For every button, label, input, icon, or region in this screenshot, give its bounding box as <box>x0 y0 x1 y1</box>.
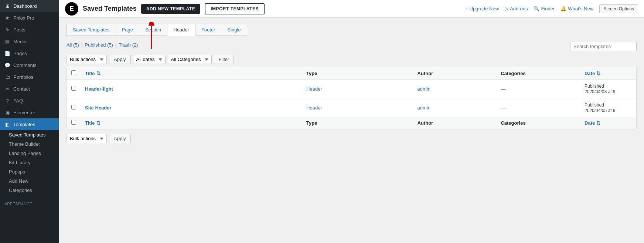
row-categories-value: — <box>501 105 505 111</box>
filter-links-row: All (5) | Published (5) | Trash (2) <box>67 42 637 51</box>
table-body: Header-light Header admin — Published 20… <box>67 80 636 117</box>
footer-cb-col <box>67 117 81 129</box>
elementor-icon: ◉ <box>4 109 10 115</box>
sidebar-sub-add-new[interactable]: Add New <box>0 176 59 186</box>
appearance-section-label: Appearance <box>0 198 59 207</box>
row-date-status: Published <box>585 84 604 89</box>
row-type-link[interactable]: Header <box>306 86 322 92</box>
apply-button-bottom[interactable]: Apply <box>109 134 131 143</box>
sidebar-item-contact[interactable]: ✉ Contact <box>0 83 59 95</box>
portfolios-icon: 🗂 <box>4 74 10 80</box>
comments-icon: 💬 <box>4 62 10 68</box>
bottom-bulk-actions-select[interactable]: Bulk actions <box>67 134 107 143</box>
add-new-template-button[interactable]: ADD NEW TEMPLATE <box>141 4 200 14</box>
row-title-link[interactable]: Header-light <box>85 86 113 92</box>
row-title-cell: Header-light <box>81 80 302 98</box>
search-input[interactable] <box>570 42 637 51</box>
main-area: E Saved Templates ADD NEW TEMPLATE IMPOR… <box>59 0 644 243</box>
sidebar-item-comments[interactable]: 💬 Comments <box>0 59 59 71</box>
select-all-checkbox[interactable] <box>71 70 76 75</box>
sidebar-sub-popups[interactable]: Popups <box>0 167 59 176</box>
date-sort-icon: ⇅ <box>596 71 600 76</box>
page-title: Saved Templates <box>83 5 137 13</box>
tab-page[interactable]: Page <box>116 24 139 36</box>
sidebar-item-media[interactable]: ▤ Media <box>0 36 59 47</box>
sidebar-item-label: Templates <box>13 122 35 127</box>
tab-single[interactable]: Single <box>221 24 247 36</box>
sidebar-item-elementor[interactable]: ◉ Elementor <box>0 107 59 118</box>
filter-button[interactable]: Filter <box>214 55 234 64</box>
footer-type-col: Type <box>302 117 413 129</box>
categories-filter-select[interactable]: All Categories <box>168 55 212 64</box>
footer-select-all-checkbox[interactable] <box>71 120 76 125</box>
row-author-link[interactable]: admin <box>418 105 430 111</box>
sidebar-item-label: Posts <box>13 27 25 33</box>
phlox-icon: ★ <box>4 15 10 21</box>
sidebar-item-dashboard[interactable]: ⊞ Dashboard <box>0 0 59 12</box>
tab-header[interactable]: Header <box>167 24 195 36</box>
table-footer-row: Title ⇅ Type Author Categories Date ⇅ <box>67 117 636 129</box>
apply-button-top[interactable]: Apply <box>109 55 131 64</box>
filter-trash-link[interactable]: Trash (2) <box>119 42 138 48</box>
search-area <box>570 42 637 51</box>
sidebar-item-phlox[interactable]: ★ Phlox Pro <box>0 12 59 24</box>
bottom-toolbar: Bulk actions Apply <box>67 134 637 143</box>
sidebar-item-faq[interactable]: ? FAQ <box>0 95 59 107</box>
whats-new-link[interactable]: 🔔 What's New <box>560 6 593 11</box>
row-checkbox-cell <box>67 98 81 117</box>
templates-icon: ◧ <box>4 121 10 127</box>
row-type-link[interactable]: Header <box>306 105 322 111</box>
date-sort-link[interactable]: Date ⇅ <box>585 71 600 76</box>
search-icon: 🔍 <box>534 6 539 11</box>
footer-date-sort-link[interactable]: Date ⇅ <box>585 120 600 126</box>
sidebar-item-label: Elementor <box>13 110 35 115</box>
upgrade-now-link[interactable]: ↑ Upgrade Now <box>466 6 499 11</box>
table-row: Site Header Header admin — Published 202… <box>67 98 636 117</box>
title-sort-link[interactable]: Title ⇅ <box>85 71 100 76</box>
sidebar-item-label: Comments <box>13 63 37 68</box>
row-author-cell: admin <box>413 80 497 98</box>
tab-footer[interactable]: Footer <box>195 24 221 36</box>
footer-categories-col: Categories <box>496 117 580 129</box>
finder-link[interactable]: 🔍 Finder <box>534 6 555 11</box>
filter-all-link[interactable]: All (5) <box>67 42 79 48</box>
type-col-header: Type <box>302 67 413 80</box>
row-author-cell: admin <box>413 98 497 117</box>
footer-author-col: Author <box>413 117 497 129</box>
sidebar-item-label: Media <box>13 39 26 44</box>
sidebar-item-label: Pages <box>13 51 27 56</box>
footer-title-sort-link[interactable]: Title ⇅ <box>85 120 100 126</box>
sidebar-sub-categories[interactable]: Categories <box>0 186 59 195</box>
row-type-cell: Header <box>302 80 413 98</box>
row-date-status: Published <box>585 102 604 108</box>
bulk-actions-select[interactable]: Bulk actions <box>67 55 107 64</box>
row-checkbox-0[interactable] <box>71 86 76 91</box>
tab-section[interactable]: Section <box>139 24 167 36</box>
screen-options-button[interactable]: Screen Options <box>599 4 638 13</box>
row-author-link[interactable]: admin <box>418 86 430 92</box>
dates-filter-select[interactable]: All dates <box>133 55 166 64</box>
select-all-col <box>67 67 81 80</box>
tab-saved-templates[interactable]: Saved Templates <box>67 24 116 36</box>
row-checkbox-cell <box>67 80 81 98</box>
sidebar-sub-kit-library[interactable]: Kit Library <box>0 158 59 167</box>
sidebar-item-posts[interactable]: ✎ Posts <box>0 24 59 36</box>
row-title-link[interactable]: Site Header <box>85 105 112 111</box>
topbar: E Saved Templates ADD NEW TEMPLATE IMPOR… <box>59 0 644 18</box>
sidebar-item-pages[interactable]: 📄 Pages <box>0 47 59 59</box>
sidebar-sub-saved-templates[interactable]: Saved Templates <box>0 130 59 139</box>
row-categories-cell: — <box>496 80 580 98</box>
sidebar-item-portfolios[interactable]: 🗂 Portfolios <box>0 71 59 83</box>
sidebar-item-templates[interactable]: ◧ Templates <box>0 118 59 130</box>
addons-link[interactable]: ▷ Add-ons <box>505 6 528 11</box>
sidebar-sub-landing-pages[interactable]: Landing Pages <box>0 149 59 158</box>
upgrade-icon: ↑ <box>466 6 468 11</box>
template-tabs: Saved Templates Page Section Header Foot… <box>67 24 637 36</box>
sidebar-sub-theme-builder[interactable]: Theme Builder <box>0 139 59 149</box>
filter-published-link[interactable]: Published (5) <box>85 42 113 48</box>
row-categories-cell: — <box>496 98 580 117</box>
import-templates-button[interactable]: IMPORT TEMPLATES <box>205 3 265 14</box>
faq-icon: ? <box>4 98 10 104</box>
row-checkbox-1[interactable] <box>71 105 76 109</box>
bell-icon: 🔔 <box>560 6 566 11</box>
